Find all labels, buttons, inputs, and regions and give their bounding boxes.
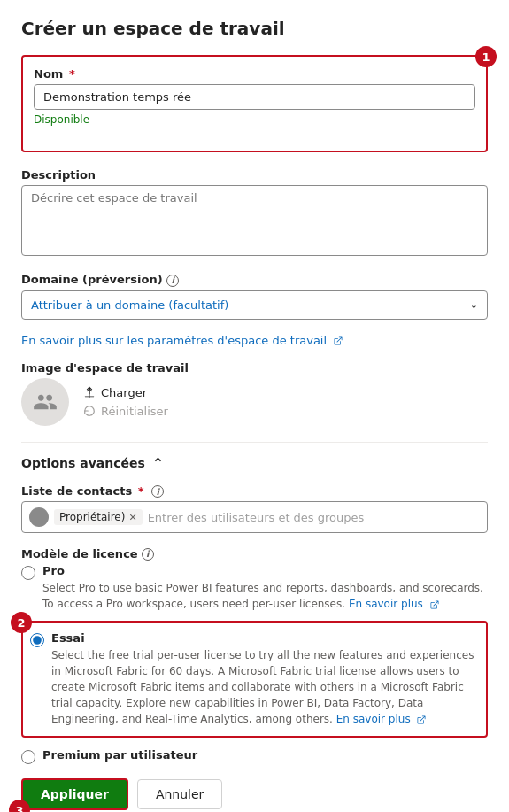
learn-more-row: En savoir plus sur les paramètres d'espa…: [21, 334, 488, 347]
description-section: Description: [21, 168, 488, 259]
chevron-up-icon: ⌃: [152, 455, 164, 472]
license-info-icon[interactable]: i: [142, 548, 154, 561]
radio-essai[interactable]: [30, 633, 44, 647]
cancel-button[interactable]: Annuler: [137, 779, 222, 809]
contact-avatar: [29, 507, 49, 527]
badge-1: 1: [475, 46, 497, 67]
radio-essai-title: Essai: [51, 631, 475, 645]
description-input[interactable]: [21, 185, 488, 256]
advanced-options-header[interactable]: Options avancées ⌃: [21, 455, 488, 472]
radio-premium-content: Premium par utilisateur: [42, 748, 197, 764]
external-link-icon: [333, 336, 343, 346]
radio-premium-title: Premium par utilisateur: [42, 748, 197, 762]
name-section-outlined: 1 Nom * Disponible: [21, 55, 488, 152]
required-indicator: *: [65, 67, 74, 81]
radio-essai-content: Essai Select the free trial per-user lic…: [51, 631, 475, 727]
essai-box: 2 Essai Select the free trial per-user l…: [21, 621, 488, 738]
advanced-options-label: Options avancées: [21, 456, 145, 470]
avatar: [21, 378, 69, 426]
image-actions: Charger Réinitialiser: [83, 386, 168, 418]
radio-pro-title: Pro: [42, 564, 488, 577]
radio-pro-content: Pro Select Pro to use basic Power BI fea…: [42, 564, 488, 612]
apply-button[interactable]: Appliquer: [21, 778, 128, 810]
workspace-image-label: Image d'espace de travail: [21, 361, 488, 375]
radio-pro-desc: Select Pro to use basic Power BI feature…: [42, 580, 488, 612]
contact-list-label: Liste de contacts * i: [21, 484, 488, 499]
page-title: Créer un espace de travail: [21, 18, 488, 39]
chevron-down-icon: ⌄: [470, 299, 478, 311]
license-section: Modèle de licence i Pro Select Pro to us…: [21, 547, 488, 764]
reset-button[interactable]: Réinitialiser: [83, 405, 168, 418]
workspace-name-input[interactable]: [34, 84, 475, 110]
domain-select-value: Attribuer à un domaine (facultatif): [31, 298, 228, 312]
contact-tag: Propriétaire) ✕: [54, 509, 143, 525]
radio-pro[interactable]: [21, 566, 35, 580]
workspace-image-section: Image d'espace de travail Charger: [21, 361, 488, 426]
pro-learn-more-link[interactable]: En savoir plus: [349, 598, 440, 610]
contact-list-field[interactable]: Propriétaire) ✕ Entrer des utilisateurs …: [21, 501, 488, 533]
divider: [21, 442, 488, 443]
upload-icon: [83, 386, 96, 398]
essai-learn-more-link[interactable]: En savoir plus: [336, 713, 428, 725]
pro-external-link-icon: [429, 599, 440, 610]
name-label: Nom *: [34, 67, 475, 81]
button-row: 3 Appliquer Annuler: [21, 778, 488, 810]
badge-2: 2: [11, 612, 32, 633]
essai-external-link-icon: [416, 715, 427, 725]
learn-more-link[interactable]: En savoir plus sur les paramètres d'espa…: [21, 334, 343, 347]
description-label: Description: [21, 168, 488, 182]
radio-premium[interactable]: [21, 750, 35, 764]
contact-list-section: Liste de contacts * i Propriétaire) ✕ En…: [21, 484, 488, 534]
available-status: Disponible: [34, 113, 475, 126]
license-label: Modèle de licence i: [21, 547, 488, 561]
radio-option-pro: Pro Select Pro to use basic Power BI fea…: [21, 564, 488, 612]
remove-contact-button[interactable]: ✕: [128, 512, 136, 523]
avatar-icon: [33, 390, 58, 414]
radio-essai-desc: Select the free trial per-user license t…: [51, 647, 475, 727]
domain-section: Domaine (préversion) i Attribuer à un do…: [21, 273, 488, 320]
reset-icon: [83, 405, 96, 417]
reset-label: Réinitialiser: [101, 405, 168, 418]
domain-label: Domaine (préversion) i: [21, 273, 488, 287]
workspace-image-row: Charger Réinitialiser: [21, 378, 488, 426]
upload-button[interactable]: Charger: [83, 386, 168, 399]
domain-info-icon[interactable]: i: [166, 275, 179, 287]
domain-select[interactable]: Attribuer à un domaine (facultatif) ⌄: [21, 290, 488, 320]
contact-tag-label: Propriétaire): [59, 511, 125, 523]
radio-option-essai: Essai Select the free trial per-user lic…: [30, 631, 475, 727]
contact-input-placeholder: Entrer des utilisateurs et des groupes: [148, 511, 480, 524]
contact-info-icon[interactable]: i: [151, 485, 164, 498]
radio-option-premium: Premium par utilisateur: [21, 748, 488, 764]
upload-label: Charger: [101, 386, 147, 399]
contact-required: *: [138, 484, 144, 498]
